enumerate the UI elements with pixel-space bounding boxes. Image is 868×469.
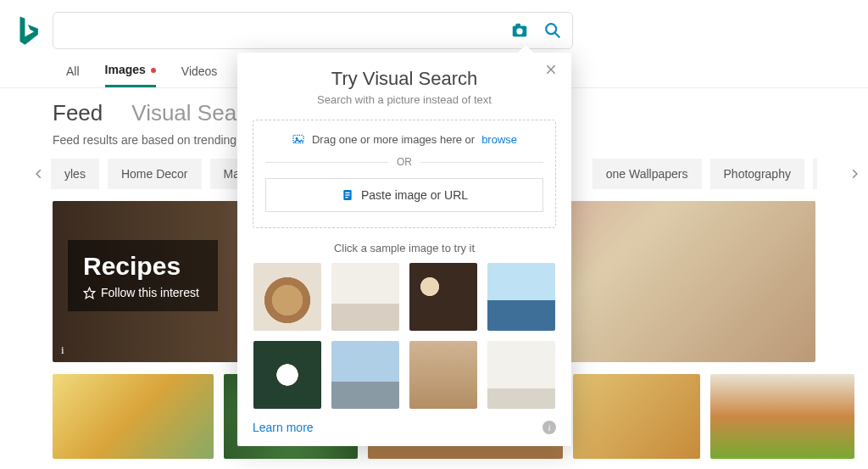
visual-search-camera-icon[interactable] [508, 19, 531, 42]
search-input[interactable] [53, 23, 508, 38]
svg-rect-12 [345, 194, 349, 195]
image-dropzone[interactable]: Drag one or more images here or browse O… [253, 120, 556, 228]
drag-instruction: Drag one or more images here or browse [265, 132, 543, 146]
svg-point-3 [546, 24, 556, 34]
popover-footer: Learn more i [253, 421, 556, 434]
or-label: OR [397, 156, 412, 168]
feed-thumb[interactable] [573, 374, 700, 459]
sample-image[interactable] [409, 341, 477, 409]
hero-overlay: Recipes Follow this interest [68, 240, 218, 311]
visual-search-popover: Try Visual Search Search with a picture … [237, 53, 571, 446]
or-divider: OR [265, 156, 543, 168]
paste-label: Paste image or URL [361, 188, 468, 202]
tab-images-label: Images [105, 63, 146, 76]
tab-images[interactable]: Images [105, 58, 156, 87]
hero-title: Recipes [83, 252, 199, 281]
category-chip[interactable]: Home Decor [108, 159, 202, 189]
svg-line-4 [555, 33, 560, 38]
svg-rect-13 [345, 197, 348, 198]
learn-more-link[interactable]: Learn more [253, 421, 314, 434]
tab-all[interactable]: All [66, 59, 80, 87]
sample-image[interactable] [331, 341, 399, 409]
sample-image[interactable] [331, 263, 399, 331]
sample-image[interactable] [253, 341, 321, 409]
category-chip[interactable]: Quotes [813, 159, 817, 189]
svg-rect-2 [515, 24, 520, 27]
notification-dot-icon [151, 68, 156, 73]
category-chip[interactable]: Photography [710, 159, 804, 189]
category-chip[interactable]: yles [51, 159, 99, 189]
bing-logo [15, 14, 41, 47]
sample-image[interactable] [409, 263, 477, 331]
heading-feed[interactable]: Feed [53, 100, 103, 126]
search-icon[interactable] [538, 16, 567, 45]
chips-scroll-right-icon[interactable] [844, 164, 865, 184]
sample-images-grid [253, 263, 556, 409]
popover-title: Try Visual Search [253, 68, 556, 90]
popover-subtitle: Search with a picture instead of text [253, 93, 556, 106]
close-icon[interactable] [544, 63, 561, 80]
star-icon [83, 287, 96, 299]
paste-image-button[interactable]: Paste image or URL [265, 178, 543, 212]
follow-label: Follow this interest [101, 286, 199, 299]
category-chip[interactable]: one Wallpapers [593, 159, 702, 189]
feed-thumb[interactable] [53, 374, 214, 459]
sample-image[interactable] [487, 341, 555, 409]
follow-interest-button[interactable]: Follow this interest [83, 286, 199, 299]
image-upload-icon [292, 132, 305, 146]
svg-rect-11 [345, 193, 349, 193]
drag-text: Drag one or more images here or [312, 133, 475, 146]
feed-thumb[interactable] [710, 374, 854, 459]
header [0, 0, 868, 58]
svg-point-1 [516, 28, 522, 34]
hero-info-icon[interactable]: i [61, 343, 64, 357]
info-icon[interactable]: i [542, 421, 556, 434]
tab-videos[interactable]: Videos [181, 59, 218, 87]
paste-icon [341, 188, 354, 202]
chips-scroll-left-icon[interactable] [29, 164, 49, 184]
sample-instruction: Click a sample image to try it [253, 242, 556, 254]
svg-marker-5 [84, 288, 95, 299]
search-box[interactable] [53, 12, 573, 49]
sample-image[interactable] [253, 263, 321, 331]
sample-image[interactable] [487, 263, 555, 331]
browse-link[interactable]: browse [481, 133, 517, 146]
